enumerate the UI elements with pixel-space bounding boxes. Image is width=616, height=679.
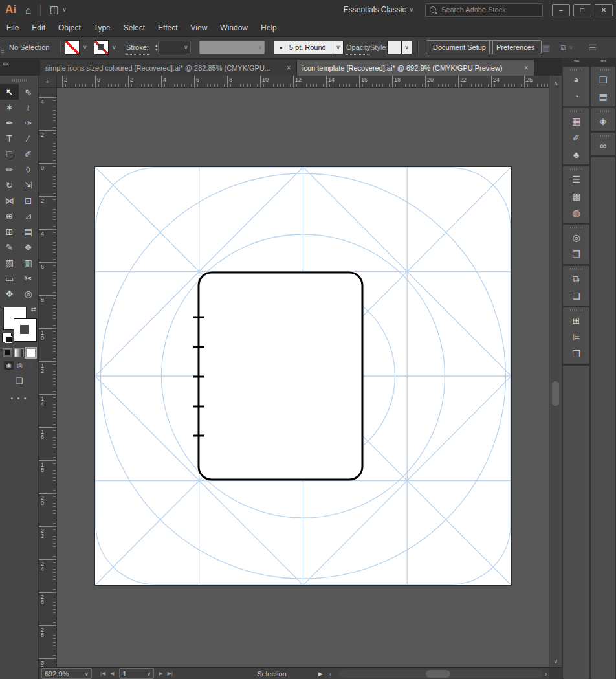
menu-help[interactable]: Help [254,23,283,32]
maximize-button[interactable]: □ [573,4,591,16]
stroke-weight-label[interactable]: Stroke: [126,41,149,55]
arrange-art-chevron-icon[interactable]: ∨ [569,44,573,50]
layers-panel-icon[interactable]: ◈ [591,113,615,129]
shaper-tool[interactable]: ✏ [0,162,19,177]
swatches-panel-icon[interactable]: ▦ [563,113,589,129]
artboard-tool[interactable]: ▭ [0,271,19,286]
panel-group-grip[interactable] [570,69,583,71]
stroke-none-swatch[interactable] [94,40,109,55]
color-button[interactable] [3,348,12,357]
scale-tool[interactable]: ⇲ [19,177,38,193]
stroke-swatch[interactable] [14,318,37,342]
artboard[interactable] [95,167,511,585]
stroke-chevron-icon[interactable]: ∨ [112,44,116,50]
previous-artboard-icon[interactable]: ◀ [110,671,114,676]
color-panel-icon[interactable]: ◕ [563,71,589,88]
selection-tool[interactable]: ↖ [0,84,19,100]
drawn-notebook-outline[interactable] [193,273,362,480]
close-button[interactable]: ✕ [595,4,613,16]
pathfinder-panel-icon[interactable]: ❒ [563,346,589,362]
arrange-documents-chevron-icon[interactable]: ∨ [62,6,67,13]
zoom-tool[interactable]: ◎ [19,286,38,302]
toolbar-collapse-icon[interactable]: «« [3,60,8,67]
eraser-tool[interactable]: ◊ [19,162,38,177]
fill-chevron-icon[interactable]: ∨ [83,44,87,50]
blend-tool[interactable]: ❖ [19,239,38,255]
stepper-up-icon[interactable]: ▴ [155,43,158,47]
vertical-scroll-thumb[interactable] [552,381,559,406]
panel-group-grip[interactable] [597,135,610,137]
shape-builder-tool[interactable]: ⊕ [0,208,19,224]
line-segment-tool[interactable]: ∕ [19,131,38,146]
fill-color-control[interactable]: ∨ [65,37,87,58]
brush-chevron-icon[interactable]: ∨ [333,41,344,54]
appearance-panel-icon[interactable]: ◎ [563,229,589,246]
rectangle-tool[interactable]: □ [0,146,19,162]
brush-definition-dropdown[interactable]: ● 5 pt. Round ∨ [274,37,344,58]
dock-collapse-icon[interactable]: «« [591,58,615,67]
color-guide-panel-icon[interactable]: ◔ [563,88,589,105]
tab-icon-template[interactable]: icon template [Recovered].ai* @ 692.9% (… [297,60,534,76]
curvature-tool[interactable]: ✑ [19,115,38,131]
mesh-tool[interactable]: ⊞ [0,224,19,239]
workspace-switcher[interactable]: Essentials Classic ∨ [344,5,413,14]
stroke-weight-stepper[interactable]: ▴▾ ∨ [155,37,191,58]
asset-export-panel-icon[interactable]: ∞ [591,137,615,154]
menu-file[interactable]: File [0,23,25,32]
tools-panel-grip[interactable] [12,79,27,82]
type-tool[interactable]: T [0,131,19,146]
eyedropper-tool[interactable]: ✎ [0,239,19,255]
magic-wand-tool[interactable]: ✶ [0,100,19,115]
preferences-button[interactable]: Preferences [489,37,542,58]
panel-group-grip[interactable] [597,110,610,112]
artboards-panel-icon[interactable]: ❏ [563,287,589,304]
last-artboard-icon[interactable]: ▶| [168,671,173,676]
style-dropdown[interactable]: ∨ [387,37,412,58]
symbols-panel-icon[interactable]: ♣ [563,146,589,163]
column-graph-tool[interactable]: ▥ [19,255,38,271]
panel-group-grip[interactable] [570,168,583,170]
fill-none-swatch[interactable] [65,40,80,55]
stroke-weight-field[interactable]: ∨ [158,41,191,54]
panel-group-grip[interactable] [597,69,610,71]
menu-type[interactable]: Type [87,23,117,32]
menu-object[interactable]: Object [52,23,87,32]
first-artboard-icon[interactable]: |◀ [100,671,105,676]
next-artboard-icon[interactable]: ▶ [159,671,162,676]
align-panel-icon[interactable]: ⊫ [563,329,589,346]
gradient-panel-icon[interactable]: ▩ [563,188,589,205]
transparency-panel-icon[interactable]: ◍ [563,205,589,221]
menu-effect[interactable]: Effect [151,23,184,32]
search-input[interactable] [440,5,527,14]
pen-tool[interactable]: ✒ [0,115,19,131]
lasso-tool[interactable]: ≀ [19,100,38,115]
canvas-viewport[interactable] [57,88,549,667]
slice-tool[interactable]: ✂ [19,271,38,286]
info-panel-icon[interactable]: ▤ [591,88,615,105]
gradient-button[interactable] [14,348,24,357]
paintbrush-tool[interactable]: ✐ [19,146,38,162]
transform-panel-icon[interactable]: ⊞ [563,312,589,329]
panel-group-grip[interactable] [570,268,583,270]
draw-normal-icon[interactable]: ◉ [4,361,14,370]
rotate-tool[interactable]: ↻ [0,177,19,193]
swap-fill-stroke-icon[interactable]: ⇄ [31,306,36,313]
width-tool[interactable]: ⋈ [0,193,19,208]
menu-view[interactable]: View [184,23,214,32]
libraries-panel-icon[interactable]: ❑ [591,71,615,88]
ruler-origin-corner[interactable]: + [39,76,57,88]
home-icon[interactable]: ⌂ [25,5,31,16]
stroke-color-control[interactable]: ∨ [94,37,116,58]
panel-group-grip[interactable] [570,110,583,112]
zoom-chevron-icon[interactable]: ∨ [84,671,89,677]
tab-close-icon[interactable]: ✕ [280,65,291,71]
horizontal-ruler[interactable]: 202468101214161820222426 [57,76,549,88]
zoom-level-dropdown[interactable]: 692.9% ∨ [41,668,92,679]
minimize-button[interactable]: – [552,4,570,16]
tab-close-icon[interactable]: ✕ [517,65,529,71]
document-setup-button[interactable]: Document Setup [426,37,493,58]
scroll-right-icon[interactable]: › [545,668,547,679]
panel-group-grip[interactable] [570,309,583,311]
hand-tool[interactable]: ✥ [0,286,19,302]
artboard-chevron-icon[interactable]: ∨ [147,671,151,677]
